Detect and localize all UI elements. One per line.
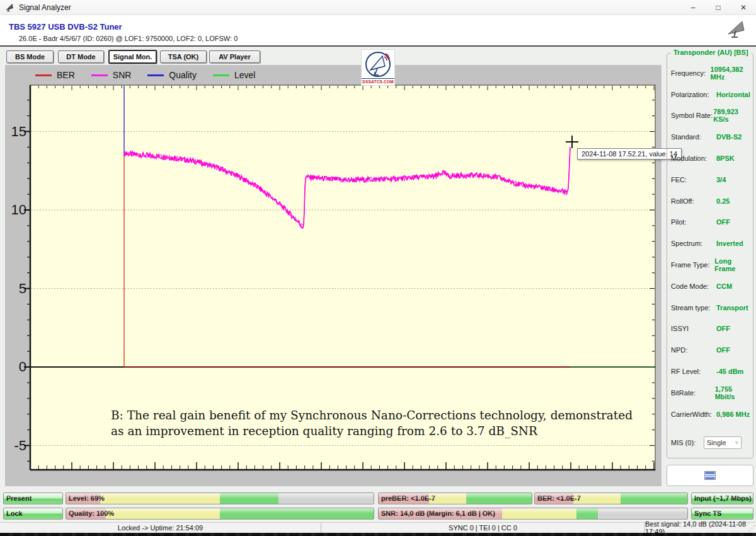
field-label: RF Level: bbox=[671, 368, 716, 375]
field-label: CarrierWidth: bbox=[671, 411, 716, 418]
device-title: TBS 5927 USB DVB-S2 Tuner bbox=[9, 22, 122, 32]
transponder-field-row: Polarization:Horizontal bbox=[667, 84, 753, 105]
field-value: 1,755 Mbit/s bbox=[715, 385, 753, 400]
mis-dropdown[interactable]: Single ˅ bbox=[704, 436, 742, 449]
crosshair-cursor bbox=[566, 136, 578, 148]
field-label: Stream type: bbox=[671, 304, 716, 312]
status-sync: SYNC 0 | TEI 0 | CC 0 bbox=[321, 523, 645, 533]
list-icon bbox=[704, 471, 716, 480]
field-label: Polarization: bbox=[671, 91, 716, 98]
field-value: Inverted bbox=[716, 240, 743, 247]
field-value: 3/4 bbox=[716, 176, 726, 184]
chart-annotation: B: The real gain benefit of my Synchrono… bbox=[111, 407, 634, 439]
transponder-field-row: BitRate:1,755 Mbit/s bbox=[667, 382, 753, 404]
field-value: 0,986 MHz bbox=[716, 411, 750, 418]
quality-meter: Quality: 100% bbox=[66, 508, 374, 520]
ber-meter: BER: <1.0E-7 bbox=[534, 492, 688, 504]
header-divider bbox=[0, 45, 756, 47]
transponder-field-row: Standard:DVB-S2 bbox=[667, 126, 753, 148]
field-label: Modulation: bbox=[671, 154, 716, 162]
transponder-field-row: Stream type:Transport bbox=[667, 297, 753, 318]
y-axis-tick-label: 10 bbox=[5, 202, 26, 218]
mis-label: MIS (0): bbox=[671, 439, 704, 446]
tab-bs-mode[interactable]: BS Mode bbox=[6, 50, 54, 63]
field-value: OFF bbox=[716, 325, 730, 332]
resize-grip[interactable]: ⋰ bbox=[748, 524, 755, 532]
transponder-rows: Frequency:10954,382 MHzPolarization:Hori… bbox=[667, 62, 753, 425]
chevron-down-icon: ˅ bbox=[735, 440, 738, 446]
y-axis-tick-label: 15 bbox=[5, 124, 26, 140]
field-label: FEC: bbox=[671, 176, 716, 184]
annotation-line-1: B: The real gain benefit of my Synchrono… bbox=[111, 407, 634, 423]
tab-av-player[interactable]: AV Player bbox=[209, 50, 260, 63]
field-label: BitRate: bbox=[671, 389, 715, 397]
transponder-field-row: Symbol Rate:789,923 KS/s bbox=[667, 105, 753, 127]
transponder-groupbox: Transponder (AU) [BS] Frequency:10954,38… bbox=[667, 53, 753, 458]
field-value: OFF bbox=[716, 218, 730, 226]
transponder-field-row: FEC:3/4 bbox=[667, 169, 753, 190]
window-title: Signal Analyzer bbox=[19, 3, 71, 12]
field-label: RollOff: bbox=[671, 197, 716, 205]
preber-meter: preBER: <1.0E-7 bbox=[378, 492, 532, 504]
field-value: 8PSK bbox=[716, 154, 735, 162]
field-value: CCM bbox=[716, 283, 732, 290]
input-indicator: Input (~1,7 Mbps) bbox=[691, 492, 753, 504]
transponder-field-row: Spectrum:Inverted bbox=[667, 233, 753, 254]
snr-meter: SNR: 14,0 dB (Margin: 6,1 dB | OK) bbox=[378, 508, 688, 520]
tab-tsa[interactable]: TSA (OK) bbox=[160, 50, 207, 63]
header: TBS 5927 USB DVB-S2 Tuner 26.0E - Badr 4… bbox=[0, 15, 756, 45]
minimize-button[interactable]: – bbox=[680, 0, 706, 15]
status-best-signal: Best signal: 14,0 dB (2024-11-08 17:49) bbox=[645, 523, 747, 533]
annotation-line-2: as an improvement in reception quality r… bbox=[111, 423, 634, 439]
field-label: Frequency: bbox=[671, 69, 711, 77]
dxsatcs-logo-icon bbox=[362, 50, 394, 78]
field-label: Symbol Rate: bbox=[671, 112, 713, 119]
field-value: 0.25 bbox=[716, 197, 730, 205]
stream-list-button[interactable] bbox=[667, 465, 753, 486]
transponder-field-row: NPD:OFF bbox=[667, 339, 753, 361]
satellite-dish-icon bbox=[726, 19, 747, 39]
field-value: 789,923 KS/s bbox=[713, 108, 753, 123]
field-label: Pilot: bbox=[671, 218, 716, 226]
tuning-info: 26.0E - Badr 4/5/6/7 (ID: 0260) @ LOF1: … bbox=[19, 35, 238, 42]
mis-row: MIS (0): Single ˅ bbox=[671, 436, 750, 450]
level-meter: Level: 69% bbox=[66, 492, 374, 504]
transponder-title: Transponder (AU) [BS] bbox=[671, 49, 751, 56]
background-window-strip bbox=[0, 533, 756, 536]
field-label: Standard: bbox=[671, 133, 716, 141]
transponder-field-row: ISSYIOFF bbox=[667, 318, 753, 340]
field-label: Frame Type: bbox=[671, 261, 714, 269]
transponder-field-row: Frequency:10954,382 MHz bbox=[667, 62, 753, 84]
dxsatcs-logo: DXSATCS.COM bbox=[361, 49, 395, 86]
status-uptime: Locked -> Uptime: 21:54:09 bbox=[0, 523, 321, 533]
maximize-button[interactable]: □ bbox=[706, 0, 731, 15]
y-axis-tick-label: 5 bbox=[5, 281, 26, 297]
field-value: Transport bbox=[716, 304, 748, 312]
field-value: DVB-S2 bbox=[716, 133, 742, 141]
field-value: Long Frame bbox=[714, 257, 753, 272]
transponder-field-row: Pilot:OFF bbox=[667, 212, 753, 233]
syncts-indicator: Sync TS bbox=[691, 508, 753, 520]
field-value: -45 dBm bbox=[716, 368, 743, 375]
transponder-field-row: RF Level:-45 dBm bbox=[667, 361, 753, 382]
lock-indicator: Lock bbox=[3, 508, 63, 520]
transponder-field-row: Code Mode:CCM bbox=[667, 276, 753, 297]
field-value: OFF bbox=[716, 346, 730, 354]
tab-dt-mode[interactable]: DT Mode bbox=[58, 50, 104, 63]
transponder-field-row: CarrierWidth:0,986 MHz bbox=[667, 404, 753, 425]
field-label: NPD: bbox=[671, 346, 716, 354]
title-bar: Signal Analyzer – □ ✕ bbox=[0, 0, 756, 15]
dxsatcs-logo-caption: DXSATCS.COM bbox=[362, 78, 394, 84]
present-indicator: Present bbox=[3, 492, 63, 504]
close-button[interactable]: ✕ bbox=[731, 0, 756, 15]
field-value: Horizontal bbox=[716, 91, 750, 98]
field-label: Spectrum: bbox=[671, 240, 716, 247]
y-axis-tick-label: 0 bbox=[5, 359, 26, 375]
field-label: Code Mode: bbox=[671, 283, 716, 290]
transponder-field-row: RollOff:0.25 bbox=[667, 190, 753, 212]
transponder-field-row: Modulation:8PSK bbox=[667, 148, 753, 169]
y-axis-tick-label: -5 bbox=[5, 438, 26, 454]
tab-signal-mon[interactable]: Signal Mon. bbox=[108, 50, 157, 64]
status-bar: Locked -> Uptime: 21:54:09 SYNC 0 | TEI … bbox=[0, 522, 756, 533]
transponder-field-row: Frame Type:Long Frame bbox=[667, 254, 753, 276]
